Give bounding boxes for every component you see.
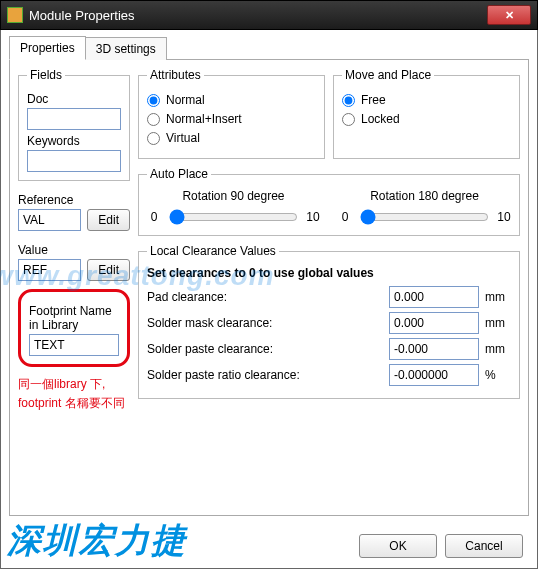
attr-normal-input[interactable]	[147, 94, 160, 107]
clr-mask-label: Solder mask clearance:	[147, 316, 383, 330]
value-input[interactable]	[18, 259, 81, 281]
clr-paste-input[interactable]	[389, 338, 479, 360]
value-block: Value Edit	[18, 239, 130, 281]
mp-free-input[interactable]	[342, 94, 355, 107]
dialog-buttons: OK Cancel	[359, 534, 523, 558]
rot180-label: Rotation 180 degree	[338, 189, 511, 203]
annotation-line2: footprint 名稱要不同	[18, 394, 130, 413]
client-area: Properties 3D settings Fields Doc Keywor…	[0, 30, 538, 569]
clr-pad-unit: mm	[485, 290, 511, 304]
attr-normal-radio[interactable]: Normal	[147, 93, 316, 107]
tab-properties[interactable]: Properties	[9, 36, 86, 60]
mp-locked-radio[interactable]: Locked	[342, 112, 511, 126]
clr-pad-label: Pad clearance:	[147, 290, 383, 304]
keywords-input[interactable]	[27, 150, 121, 172]
reference-input[interactable]	[18, 209, 81, 231]
left-column: Fields Doc Keywords Reference Edit Value…	[18, 68, 130, 507]
move-place-legend: Move and Place	[342, 68, 434, 82]
clearance-legend: Local Clearance Values	[147, 244, 279, 258]
move-place-group: Move and Place Free Locked	[333, 68, 520, 159]
ok-button[interactable]: OK	[359, 534, 437, 558]
attr-virtual-input[interactable]	[147, 132, 160, 145]
mp-free-radio[interactable]: Free	[342, 93, 511, 107]
rot90-label: Rotation 90 degree	[147, 189, 320, 203]
panel-body: Fields Doc Keywords Reference Edit Value…	[9, 60, 529, 516]
clearance-group: Local Clearance Values Set clearances to…	[138, 244, 520, 399]
clr-pasteratio-unit: %	[485, 368, 511, 382]
clr-row-pad: Pad clearance: mm	[147, 286, 511, 308]
reference-label: Reference	[18, 193, 130, 207]
doc-label: Doc	[27, 92, 121, 106]
attr-virtual-label: Virtual	[166, 131, 200, 145]
rot180-min: 0	[338, 210, 352, 224]
window-title: Module Properties	[29, 8, 487, 23]
reference-block: Reference Edit	[18, 189, 130, 231]
attr-normal-insert-label: Normal+Insert	[166, 112, 242, 126]
autoplace-legend: Auto Place	[147, 167, 211, 181]
clr-row-paste: Solder paste clearance: mm	[147, 338, 511, 360]
autoplace-group: Auto Place Rotation 90 degree 0 10 Rotat…	[138, 167, 520, 236]
attr-normal-insert-input[interactable]	[147, 113, 160, 126]
reference-edit-button[interactable]: Edit	[87, 209, 130, 231]
annotation-line1: 同一個library 下,	[18, 375, 130, 394]
rot180-block: Rotation 180 degree 0 10	[338, 189, 511, 227]
tab-bar: Properties 3D settings	[9, 36, 529, 60]
clr-mask-unit: mm	[485, 316, 511, 330]
doc-input[interactable]	[27, 108, 121, 130]
rot180-slider[interactable]	[360, 209, 489, 225]
attr-virtual-radio[interactable]: Virtual	[147, 131, 316, 145]
clr-pad-input[interactable]	[389, 286, 479, 308]
annotation-text: 同一個library 下, footprint 名稱要不同	[18, 375, 130, 413]
rot180-max: 10	[497, 210, 511, 224]
fields-group: Fields Doc Keywords	[18, 68, 130, 181]
fields-legend: Fields	[27, 68, 65, 82]
rot90-max: 10	[306, 210, 320, 224]
attributes-legend: Attributes	[147, 68, 204, 82]
top-row: Attributes Normal Normal+Insert Virtual	[138, 68, 520, 159]
window-buttons: ✕	[487, 5, 531, 25]
titlebar: Module Properties ✕	[0, 0, 538, 30]
attr-normal-label: Normal	[166, 93, 205, 107]
mp-locked-input[interactable]	[342, 113, 355, 126]
attributes-group: Attributes Normal Normal+Insert Virtual	[138, 68, 325, 159]
clr-mask-input[interactable]	[389, 312, 479, 334]
mp-locked-label: Locked	[361, 112, 400, 126]
keywords-label: Keywords	[27, 134, 121, 148]
clr-pasteratio-input[interactable]	[389, 364, 479, 386]
rot90-slider[interactable]	[169, 209, 298, 225]
footprint-name-input[interactable]	[29, 334, 119, 356]
clearance-hint: Set clearances to 0 to use global values	[147, 266, 511, 280]
clr-row-paste-ratio: Solder paste ratio clearance: %	[147, 364, 511, 386]
value-label: Value	[18, 243, 130, 257]
right-column: Attributes Normal Normal+Insert Virtual	[138, 68, 520, 507]
mp-free-label: Free	[361, 93, 386, 107]
clr-paste-label: Solder paste clearance:	[147, 342, 383, 356]
tab-3d-settings[interactable]: 3D settings	[85, 37, 167, 60]
close-button[interactable]: ✕	[487, 5, 531, 25]
attr-normal-insert-radio[interactable]: Normal+Insert	[147, 112, 316, 126]
app-icon	[7, 7, 23, 23]
cancel-button[interactable]: Cancel	[445, 534, 523, 558]
rot90-block: Rotation 90 degree 0 10	[147, 189, 320, 227]
clr-row-mask: Solder mask clearance: mm	[147, 312, 511, 334]
value-edit-button[interactable]: Edit	[87, 259, 130, 281]
rot90-min: 0	[147, 210, 161, 224]
footprint-name-label: Footprint Name in Library	[29, 304, 119, 332]
clr-pasteratio-label: Solder paste ratio clearance:	[147, 368, 383, 382]
footprint-highlight-box: Footprint Name in Library	[18, 289, 130, 367]
watermark-cn: 深圳宏力捷	[7, 518, 187, 564]
clr-paste-unit: mm	[485, 342, 511, 356]
